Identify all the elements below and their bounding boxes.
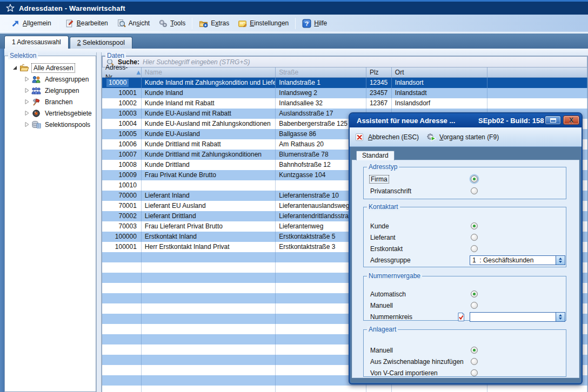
radio-lieferant[interactable] [471,234,478,241]
search-input[interactable]: Hier Suchbegriff eingeben (STRG+S) [143,58,250,66]
cell [102,293,142,303]
cell [102,375,142,386]
dialog-button-abbrechen-esc[interactable]: Abbrechen (ESC) [355,132,419,142]
radio-firma-selected[interactable] [471,175,478,183]
collapsed-icon[interactable] [23,110,30,117]
radio-von-v-card-importieren[interactable] [471,369,478,376]
collapsed-icon[interactable] [23,87,30,94]
tree-item-label[interactable]: Zielgruppen [43,86,81,95]
menu-item-bearbeiten[interactable]: Bearbeiten [61,17,112,30]
radio-aus-zwischenablage-hinzuf-gen[interactable] [471,358,478,365]
table-row-10000[interactable]: 10000Kunde Inland mit Zahlungskondition … [102,78,587,88]
cell [487,386,587,392]
option-row-firma: Firma [364,174,566,186]
tree-item-branchen[interactable]: Branchen [5,96,96,107]
option-row-manuell: Manuell [364,300,566,312]
radio-kunde-selected[interactable] [471,222,478,229]
menu-item-ansicht[interactable]: Ansicht [112,17,154,30]
cell [142,386,276,392]
column-header-adress-nr[interactable]: Adress-Nr. [102,67,142,77]
cell [102,365,142,375]
cell: Kunde Drittland [142,160,276,170]
search-bar[interactable]: Suche: Hier Suchbegriff eingeben (STRG+S… [102,56,587,67]
group-icon [31,86,41,95]
radio-manuell[interactable] [471,302,478,309]
cell: Inslandsdorf [392,98,488,109]
tree-item-zielgruppen[interactable]: Zielgruppen [5,85,96,96]
cell [142,303,276,314]
field-nummernkreis[interactable] [470,312,565,322]
radio-automatisch-selected[interactable] [471,290,478,298]
tree-item-label[interactable]: Adressgruppen [43,75,90,84]
radio-privatanschrift[interactable] [471,187,478,194]
dialog-titlebar[interactable]: Assistent für neue Adresse ... SEpb02 - … [350,113,582,127]
option-row-privatanschrift: Privatanschrift [364,186,566,198]
column-header-plz[interactable]: Plz [366,67,392,77]
database-icon [31,120,41,129]
collapsed-icon[interactable] [23,121,30,128]
cell: Kunde Inland mit Zahlungskondition und L… [142,78,276,88]
cell [487,88,587,98]
group-title: Adresstyp [367,164,399,171]
cell: 23457 [366,88,392,98]
tree-item-label[interactable]: Vertriebsgebiete [43,109,93,118]
tree-item-label[interactable]: Selektionspools [43,120,92,129]
column-header-name[interactable]: Name [142,67,276,77]
column-header-empty[interactable] [487,67,587,77]
cell: 100001 [102,242,142,252]
tree-item-label[interactable]: Alle Adressen [31,63,75,73]
daten-group-title: Daten [105,52,126,59]
menu-item-label: Einstellungen [250,19,289,27]
column-header-label: Plz [370,67,379,77]
cell: Erstkontakt Inland [142,232,276,242]
cell [142,273,276,283]
sort-asc-icon [136,70,141,75]
radio-manuell-selected[interactable] [471,347,478,354]
column-header-stra-e[interactable]: Straße [276,67,366,77]
tree-item-alle-adressen[interactable]: Alle Adressen [5,62,96,73]
menu-item-label: Extras [211,19,229,27]
table-row-10001[interactable]: 10001Kunde InlandInlandsweg 223457Inland… [102,88,587,98]
target-icon [31,109,41,118]
tree-item-adressgruppen[interactable]: Adressgruppen [5,73,96,85]
cell: 10009 [102,170,142,180]
tab-standard[interactable]: Standard [356,151,395,160]
cell: 10005 [102,129,142,139]
option-label: Automatisch [369,290,407,298]
close-glyph: X [569,117,573,124]
dialog-button-vorgang-starten-f9[interactable]: Vorgang starten (F9) [426,132,499,142]
column-header-ort[interactable]: Ort [392,67,488,77]
cell [142,375,276,386]
tab-1-adressauswahl[interactable]: 1 Adressauswahl [4,36,69,49]
field-adressgruppe[interactable]: 1 : Geschäftskunden [470,255,565,265]
window-frame-left [0,49,4,392]
window-titlebar[interactable]: Adressdaten - Warenwirtschaft [0,0,588,15]
option-row-adressgruppe: Adressgruppe1 : Geschäftskunden [364,255,566,266]
menu-item-allgemein[interactable]: Allgemein [6,17,56,30]
expanded-icon[interactable] [11,64,18,71]
spinner-button[interactable] [556,256,565,265]
app-window: Adressdaten - Warenwirtschaft AllgemeinB… [0,0,588,392]
cell: Kunde EU-Ausland mit Rabatt [142,109,276,119]
menu-item-extras[interactable]: Extras [195,17,233,30]
restore-window-icon[interactable] [545,116,561,125]
table-row-10002[interactable]: 10002Kunde Inland mit RabattInlandsallee… [102,98,587,109]
radio-erstkontakt[interactable] [471,245,478,252]
panel-splitter[interactable] [96,52,102,392]
tree-item-vertriebsgebiete[interactable]: Vertriebsgebiete [5,107,96,119]
table-row-empty[interactable] [102,386,587,392]
menu-item-tools[interactable]: Tools [154,17,190,30]
spinner-button[interactable] [556,313,565,321]
option-label: Adressgruppe [369,256,412,264]
checked-page-icon[interactable] [457,312,465,322]
collapsed-icon[interactable] [23,76,30,83]
menu-item-einstellungen[interactable]: Einstellungen [233,17,293,30]
collapsed-icon[interactable] [23,98,30,105]
tree-item-label[interactable]: Branchen [43,98,74,106]
dialog-toolbar: Abbrechen (ESC)Vorgang starten (F9) [350,127,582,147]
close-window-icon[interactable]: X [563,116,579,125]
magnifier-document-icon [117,19,126,28]
menu-item-hilfe[interactable]: ?Hilfe [298,17,331,30]
tree-item-selektionspools[interactable]: Selektionspools [5,119,96,130]
tab-2-selektionspool[interactable]: 2 Selektionspool [70,37,132,49]
